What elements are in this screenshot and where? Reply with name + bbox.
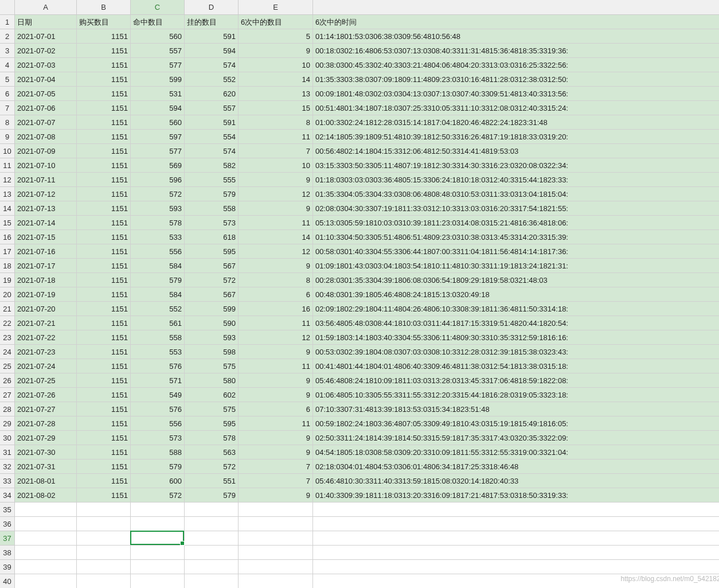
- cell-A29[interactable]: 2021-07-28: [15, 416, 77, 431]
- cell-D36[interactable]: [185, 517, 239, 531]
- cell-F11[interactable]: 03:15:3303:50:3305:11:4807:19:1812:30:33…: [313, 158, 719, 173]
- cell-F16[interactable]: 01:10:3304:50:3305:51:4806:51:4809:23:03…: [313, 230, 719, 244]
- cell-E33[interactable]: 7: [239, 474, 313, 488]
- cell-C27[interactable]: 549: [131, 388, 185, 402]
- cell-A36[interactable]: [15, 517, 77, 531]
- cell-B38[interactable]: [77, 546, 131, 560]
- cell-D23[interactable]: 593: [185, 330, 239, 345]
- row-header-9[interactable]: 9: [0, 130, 14, 144]
- cell-D22[interactable]: 590: [185, 316, 239, 330]
- cell-B3[interactable]: 1151: [77, 44, 131, 58]
- cell-C13[interactable]: 572: [131, 187, 185, 201]
- row-header-20[interactable]: 20: [0, 287, 14, 302]
- cell-E15[interactable]: 11: [239, 216, 313, 230]
- cell-B40[interactable]: [77, 574, 131, 588]
- row-header-38[interactable]: 38: [0, 546, 14, 560]
- cell-F24[interactable]: 00:53:0302:39:1804:08:0307:03:0308:10:33…: [313, 345, 719, 359]
- column-header-B[interactable]: B: [77, 0, 131, 14]
- row-header-19[interactable]: 19: [0, 273, 14, 287]
- cell-E36[interactable]: [239, 517, 313, 531]
- cell-A40[interactable]: [15, 574, 77, 588]
- cell-C30[interactable]: 573: [131, 431, 185, 445]
- cell-A33[interactable]: 2021-08-01: [15, 474, 77, 488]
- cell-F36[interactable]: [313, 517, 719, 531]
- cell-C29[interactable]: 556: [131, 416, 185, 431]
- row-header-28[interactable]: 28: [0, 402, 14, 416]
- row-header-8[interactable]: 8: [0, 115, 14, 130]
- cell-A22[interactable]: 2021-07-21: [15, 316, 77, 330]
- cell-D34[interactable]: 579: [185, 488, 239, 503]
- cell-A9[interactable]: 2021-07-08: [15, 130, 77, 144]
- cell-E22[interactable]: 11: [239, 316, 313, 330]
- cell-D5[interactable]: 552: [185, 72, 239, 87]
- cell-B1[interactable]: 购买数目: [77, 15, 131, 29]
- cell-F17[interactable]: 00:58:0301:40:3304:55:3306:44:1807:00:33…: [313, 244, 719, 259]
- row-header-40[interactable]: 40: [0, 574, 14, 588]
- cell-B13[interactable]: 1151: [77, 187, 131, 201]
- cell-B4[interactable]: 1151: [77, 58, 131, 72]
- cell-E2[interactable]: 5: [239, 29, 313, 44]
- row-header-10[interactable]: 10: [0, 144, 14, 158]
- cell-C36[interactable]: [131, 517, 185, 531]
- cell-E7[interactable]: 15: [239, 101, 313, 115]
- cell-E11[interactable]: 10: [239, 158, 313, 173]
- row-header-18[interactable]: 18: [0, 259, 14, 273]
- cell-A10[interactable]: 2021-07-09: [15, 144, 77, 158]
- row-header-1[interactable]: 1: [0, 15, 14, 29]
- row-header-3[interactable]: 3: [0, 44, 14, 58]
- cell-F9[interactable]: 02:14:1805:39:1809:51:4810:39:1812:50:33…: [313, 130, 719, 144]
- cell-F26[interactable]: 05:46:4808:24:1810:09:1811:03:0313:28:03…: [313, 373, 719, 388]
- cell-A2[interactable]: 2021-07-01: [15, 29, 77, 44]
- cell-F23[interactable]: 01:59:1803:14:1803:40:3304:55:3306:11:48…: [313, 330, 719, 345]
- cell-E21[interactable]: 16: [239, 302, 313, 316]
- cell-E25[interactable]: 11: [239, 359, 313, 373]
- row-header-36[interactable]: 36: [0, 517, 14, 531]
- cell-E3[interactable]: 9: [239, 44, 313, 58]
- cell-C35[interactable]: [131, 503, 185, 517]
- row-header-33[interactable]: 33: [0, 474, 14, 488]
- cell-A7[interactable]: 2021-07-06: [15, 101, 77, 115]
- column-header-C[interactable]: C: [131, 0, 185, 14]
- cell-B2[interactable]: 1151: [77, 29, 131, 44]
- cell-F18[interactable]: 01:09:1801:43:0303:04:1803:54:1810:11:48…: [313, 259, 719, 273]
- cell-D32[interactable]: 572: [185, 460, 239, 474]
- cell-F21[interactable]: 02:09:1802:29:1804:11:4804:26:4806:10:33…: [313, 302, 719, 316]
- cell-D30[interactable]: 578: [185, 431, 239, 445]
- cell-C16[interactable]: 533: [131, 230, 185, 244]
- cell-B7[interactable]: 1151: [77, 101, 131, 115]
- cell-E10[interactable]: 7: [239, 144, 313, 158]
- cell-E38[interactable]: [239, 546, 313, 560]
- cell-E29[interactable]: 11: [239, 416, 313, 431]
- cell-E14[interactable]: 9: [239, 201, 313, 216]
- cell-B19[interactable]: 1151: [77, 273, 131, 287]
- cell-A17[interactable]: 2021-07-16: [15, 244, 77, 259]
- cell-D24[interactable]: 598: [185, 345, 239, 359]
- cell-F14[interactable]: 02:08:0304:30:3307:19:1811:33:0312:10:33…: [313, 201, 719, 216]
- cell-A31[interactable]: 2021-07-30: [15, 445, 77, 460]
- cell-D38[interactable]: [185, 546, 239, 560]
- cell-A15[interactable]: 2021-07-14: [15, 216, 77, 230]
- cell-F30[interactable]: 02:50:3311:24:1814:39:1814:50:3315:59:18…: [313, 431, 719, 445]
- cell-F3[interactable]: 00:18:0302:16:4806:53:0307:13:0308:40:33…: [313, 44, 719, 58]
- cell-D19[interactable]: 572: [185, 273, 239, 287]
- cell-D29[interactable]: 595: [185, 416, 239, 431]
- cell-C21[interactable]: 552: [131, 302, 185, 316]
- cell-A23[interactable]: 2021-07-22: [15, 330, 77, 345]
- cell-B30[interactable]: 1151: [77, 431, 131, 445]
- cell-B21[interactable]: 1151: [77, 302, 131, 316]
- cell-C7[interactable]: 594: [131, 101, 185, 115]
- cell-E31[interactable]: 9: [239, 445, 313, 460]
- row-header-17[interactable]: 17: [0, 244, 14, 259]
- cell-A4[interactable]: 2021-07-03: [15, 58, 77, 72]
- cell-C28[interactable]: 576: [131, 402, 185, 416]
- cell-C9[interactable]: 597: [131, 130, 185, 144]
- cell-F1[interactable]: 6次中的时间: [313, 15, 719, 29]
- column-header-D[interactable]: D: [185, 0, 239, 14]
- cell-D15[interactable]: 573: [185, 216, 239, 230]
- cell-B16[interactable]: 1151: [77, 230, 131, 244]
- cell-F4[interactable]: 00:38:0300:45:3302:40:3303:21:4804:06:48…: [313, 58, 719, 72]
- cell-E24[interactable]: 9: [239, 345, 313, 359]
- cell-E17[interactable]: 12: [239, 244, 313, 259]
- cell-A6[interactable]: 2021-07-05: [15, 87, 77, 101]
- row-header-16[interactable]: 16: [0, 230, 14, 244]
